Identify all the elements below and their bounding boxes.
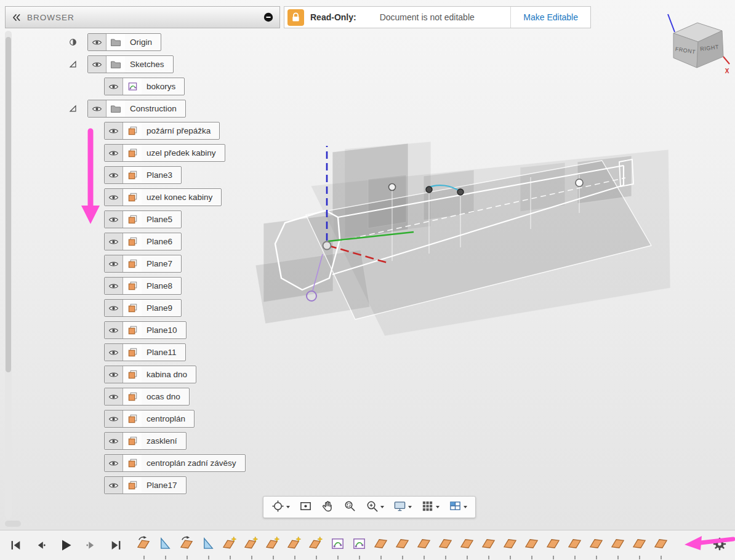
visibility-eye-icon[interactable] <box>105 388 123 405</box>
minus-circle-icon[interactable] <box>263 12 273 22</box>
timeline-feature[interactable] <box>438 536 453 559</box>
visibility-eye-icon[interactable] <box>105 455 123 471</box>
nav-pan-button[interactable] <box>321 500 334 515</box>
nav-viewports-button[interactable] <box>449 500 467 515</box>
visibility-eye-icon[interactable] <box>88 34 106 50</box>
nav-zoom-window-button[interactable] <box>343 500 356 515</box>
step-forward-button[interactable] <box>83 537 99 553</box>
timeline-feature[interactable] <box>416 536 432 559</box>
timeline-feature[interactable] <box>632 536 647 559</box>
tree-item[interactable]: centroplán zadní závěsy <box>104 454 246 472</box>
timeline-feature[interactable] <box>373 536 388 559</box>
tree-item[interactable]: Plane9 <box>104 299 182 317</box>
tree-item[interactable]: Plane7 <box>104 255 182 273</box>
tree-item[interactable]: kabina dno <box>104 366 196 383</box>
visibility-eye-icon[interactable] <box>105 433 123 449</box>
nav-zoom-button[interactable] <box>366 500 384 515</box>
visibility-eye-icon[interactable] <box>105 410 123 427</box>
timeline-feature[interactable] <box>351 536 367 559</box>
visibility-eye-icon[interactable] <box>105 477 123 494</box>
visibility-eye-icon[interactable] <box>105 122 123 139</box>
origin-expander-icon[interactable] <box>69 38 78 46</box>
expand-collapse-icon[interactable] <box>69 60 78 68</box>
visibility-eye-icon[interactable] <box>105 145 123 161</box>
sketch-point[interactable] <box>457 189 464 195</box>
timeline-feature[interactable] <box>524 536 539 559</box>
tree-item[interactable]: uzel konec kabiny <box>104 188 222 206</box>
timeline-feature[interactable] <box>244 536 259 559</box>
tree-item[interactable]: Plane8 <box>104 277 182 295</box>
browser-horizontal-scrollbar[interactable] <box>5 521 21 527</box>
visibility-eye-icon[interactable] <box>105 189 123 206</box>
play-button[interactable] <box>58 537 74 553</box>
skip-end-button[interactable] <box>108 537 124 553</box>
dropdown-caret-icon[interactable] <box>380 506 384 508</box>
timeline-settings-gear-icon[interactable] <box>713 537 726 553</box>
visibility-eye-icon[interactable] <box>105 322 123 338</box>
visibility-eye-icon[interactable] <box>105 255 123 272</box>
tree-item[interactable]: Plane3 <box>104 166 182 184</box>
tree-item[interactable]: uzel předek kabiny <box>104 144 225 162</box>
visibility-eye-icon[interactable] <box>105 344 123 361</box>
dropdown-caret-icon[interactable] <box>464 506 467 508</box>
timeline-feature[interactable] <box>287 536 302 559</box>
timeline-feature[interactable] <box>567 536 582 559</box>
viewcube[interactable]: FRONT RIGHT X <box>665 12 734 84</box>
visibility-eye-icon[interactable] <box>88 56 106 73</box>
timeline-feature[interactable] <box>136 536 151 559</box>
tree-item[interactable]: ocas dno <box>104 388 190 406</box>
sketch-point[interactable] <box>576 179 583 186</box>
timeline-feature[interactable] <box>545 536 561 559</box>
visibility-eye-icon[interactable] <box>105 233 123 250</box>
tree-item[interactable]: centroplán <box>104 410 195 428</box>
tree-item[interactable]: Construction <box>87 100 186 118</box>
timeline-feature[interactable] <box>588 536 604 559</box>
tree-item[interactable]: Sketches <box>87 55 174 73</box>
timeline-feature[interactable] <box>265 536 281 559</box>
dropdown-caret-icon[interactable] <box>408 506 412 508</box>
timeline-feature[interactable] <box>222 536 238 559</box>
visibility-eye-icon[interactable] <box>105 278 123 294</box>
timeline-feature[interactable] <box>158 536 173 559</box>
tree-item[interactable]: Plane10 <box>104 321 187 339</box>
dropdown-caret-icon[interactable] <box>436 506 440 508</box>
tree-item[interactable]: požární přepážka <box>104 122 220 140</box>
collapse-panel-icon[interactable] <box>12 14 21 22</box>
dropdown-caret-icon[interactable] <box>286 506 290 508</box>
timeline-feature[interactable] <box>179 536 195 559</box>
visibility-eye-icon[interactable] <box>105 167 123 183</box>
step-back-button[interactable] <box>33 537 49 553</box>
timeline-feature[interactable] <box>610 536 625 559</box>
timeline-feature[interactable] <box>330 536 345 559</box>
tree-item[interactable]: Plane5 <box>104 210 182 228</box>
tree-item[interactable]: bokorys <box>104 78 185 95</box>
visibility-eye-icon[interactable] <box>88 100 106 117</box>
tree-item[interactable]: Plane17 <box>104 476 187 494</box>
visibility-eye-icon[interactable] <box>105 78 123 95</box>
visibility-eye-icon[interactable] <box>105 211 123 228</box>
nav-orbit-button[interactable] <box>271 500 290 515</box>
tree-item[interactable]: Plane11 <box>104 343 186 361</box>
selected-point[interactable] <box>307 291 316 301</box>
timeline-feature[interactable] <box>459 536 475 559</box>
timeline-feature[interactable] <box>395 536 410 559</box>
timeline-feature[interactable] <box>502 536 518 559</box>
sketch-point[interactable] <box>389 184 396 191</box>
expand-collapse-icon[interactable] <box>69 104 78 113</box>
tree-item[interactable]: Plane6 <box>104 233 182 250</box>
nav-grid-settings-button[interactable] <box>421 500 440 515</box>
timeline-feature[interactable] <box>308 536 324 559</box>
visibility-eye-icon[interactable] <box>105 300 123 316</box>
tree-item[interactable]: Origin <box>87 33 161 51</box>
timeline-feature[interactable] <box>653 536 669 559</box>
tree-item[interactable]: zasklení <box>104 432 187 450</box>
origin-point[interactable] <box>323 242 331 250</box>
timeline-feature[interactable] <box>481 536 496 559</box>
visibility-eye-icon[interactable] <box>105 366 123 383</box>
nav-look-at-button[interactable] <box>299 500 312 515</box>
timeline-feature[interactable] <box>201 536 216 559</box>
sketch-point[interactable] <box>426 186 432 193</box>
nav-display-settings-button[interactable] <box>393 500 412 515</box>
make-editable-button[interactable]: Make Editable <box>511 7 590 28</box>
skip-start-button[interactable] <box>7 537 23 553</box>
